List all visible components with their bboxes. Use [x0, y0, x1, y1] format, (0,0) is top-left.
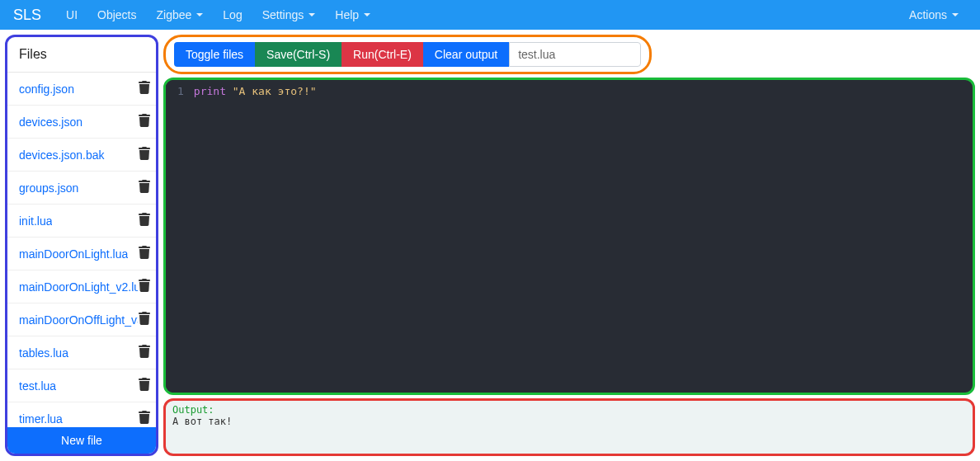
- file-item: groups.json: [7, 172, 156, 205]
- file-name[interactable]: mainDoorOnOffLight_v3.lua: [19, 313, 138, 327]
- nav-ui[interactable]: UI: [58, 3, 86, 26]
- right-column: Toggle files Save(Ctrl-S) Run(Ctrl-E) Cl…: [163, 35, 975, 456]
- nav-zigbee[interactable]: Zigbee: [148, 3, 212, 26]
- editor-gutter: 1: [166, 80, 191, 393]
- nav-label: Log: [223, 8, 242, 21]
- file-name[interactable]: mainDoorOnLight_v2.lua: [19, 280, 138, 294]
- line-number: 1: [177, 85, 184, 97]
- file-name[interactable]: test.lua: [19, 379, 56, 393]
- code-editor[interactable]: 1 print "А как это?!": [163, 78, 975, 395]
- chevron-down-icon: [952, 13, 959, 16]
- new-file-button[interactable]: New file: [7, 427, 156, 454]
- trash-icon[interactable]: [138, 213, 151, 228]
- nav-settings[interactable]: Settings: [254, 3, 324, 26]
- nav-label: Objects: [97, 8, 136, 21]
- nav-help[interactable]: Help: [327, 3, 379, 26]
- toolbar: Toggle files Save(Ctrl-S) Run(Ctrl-E) Cl…: [163, 35, 652, 74]
- run-button[interactable]: Run(Ctrl-E): [342, 42, 423, 67]
- trash-icon[interactable]: [138, 180, 151, 195]
- file-item: mainDoorOnOffLight_v3.lua: [7, 303, 156, 336]
- files-header: Files: [7, 37, 156, 73]
- file-item: tables.lua: [7, 336, 156, 369]
- nav-label: Help: [335, 8, 359, 21]
- files-list: config.jsondevices.jsondevices.json.bakg…: [7, 73, 156, 427]
- trash-icon[interactable]: [138, 279, 151, 294]
- navbar-right: Actions: [901, 3, 967, 26]
- nav-log[interactable]: Log: [214, 3, 250, 26]
- nav-label: UI: [66, 8, 78, 21]
- output-label: Output:: [172, 404, 966, 416]
- file-name[interactable]: mainDoorOnLight.lua: [19, 247, 128, 261]
- file-item: devices.json.bak: [7, 139, 156, 172]
- nav-actions-label: Actions: [909, 8, 947, 21]
- clear-output-button[interactable]: Clear output: [423, 42, 509, 67]
- file-name[interactable]: timer.lua: [19, 412, 63, 426]
- output-panel: Output: А вот так!: [163, 398, 975, 456]
- file-name[interactable]: groups.json: [19, 181, 78, 195]
- navbar: SLS UIObjectsZigbeeLogSettingsHelp Actio…: [0, 0, 980, 30]
- file-item: test.lua: [7, 369, 156, 402]
- toggle-files-button[interactable]: Toggle files: [174, 42, 255, 67]
- trash-icon[interactable]: [138, 312, 151, 327]
- chevron-down-icon: [309, 13, 315, 16]
- file-item: init.lua: [7, 205, 156, 238]
- nav-actions[interactable]: Actions: [901, 3, 967, 26]
- trash-icon[interactable]: [138, 147, 151, 162]
- trash-icon[interactable]: [138, 345, 151, 360]
- file-item: mainDoorOnLight_v2.lua: [7, 270, 156, 303]
- save-button[interactable]: Save(Ctrl-S): [255, 42, 342, 67]
- trash-icon[interactable]: [138, 114, 151, 129]
- trash-icon[interactable]: [138, 378, 151, 393]
- file-item: config.json: [7, 73, 156, 106]
- chevron-down-icon: [196, 13, 203, 16]
- code-keyword: print: [194, 85, 226, 97]
- file-name[interactable]: config.json: [19, 82, 74, 96]
- chevron-down-icon: [364, 13, 370, 16]
- files-panel: Files config.jsondevices.jsondevices.jso…: [5, 35, 158, 456]
- file-item: mainDoorOnLight.lua: [7, 238, 156, 270]
- file-name[interactable]: devices.json.bak: [19, 148, 105, 162]
- output-text: А вот так!: [172, 416, 966, 427]
- file-item: devices.json: [7, 106, 156, 139]
- navbar-nav: UIObjectsZigbeeLogSettingsHelp: [58, 3, 901, 26]
- navbar-brand[interactable]: SLS: [13, 7, 41, 24]
- trash-icon[interactable]: [138, 246, 151, 261]
- file-name[interactable]: tables.lua: [19, 346, 68, 360]
- file-name[interactable]: devices.json: [19, 115, 82, 129]
- nav-objects[interactable]: Objects: [89, 3, 144, 26]
- trash-icon[interactable]: [138, 411, 151, 426]
- code-area[interactable]: print "А как это?!": [191, 80, 973, 393]
- file-name[interactable]: init.lua: [19, 214, 52, 228]
- filename-input[interactable]: [509, 42, 641, 67]
- nav-label: Zigbee: [157, 8, 192, 21]
- code-string: "А как это?!": [233, 85, 317, 97]
- nav-label: Settings: [262, 8, 304, 21]
- main: Files config.jsondevices.jsondevices.jso…: [0, 30, 980, 461]
- file-item: timer.lua: [7, 402, 156, 427]
- trash-icon[interactable]: [138, 81, 151, 96]
